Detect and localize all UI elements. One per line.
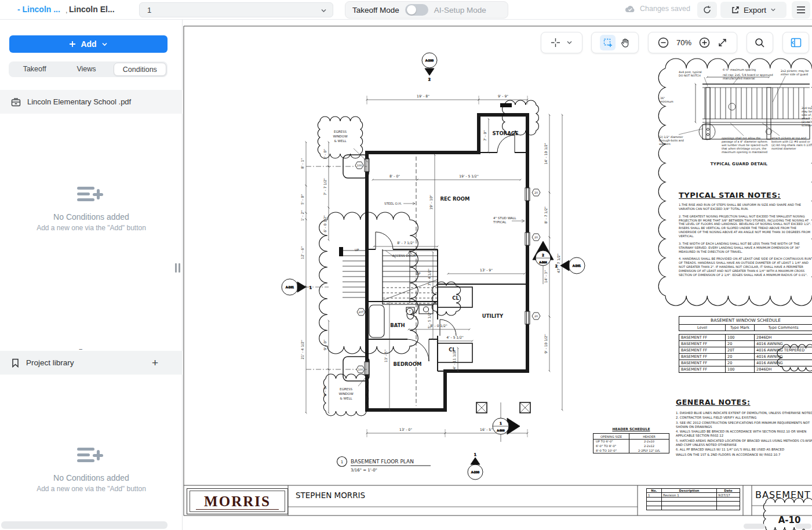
general-note: 4. WALLS SHALLED BE BRACED IN ACCORDANCE…: [676, 430, 812, 438]
guard-note: (2) 1/2" diameter through-bolts and wash…: [659, 136, 687, 146]
page-selector-dropdown[interactable]: 1: [139, 2, 333, 17]
file-name: Lincoln Elementary School .pdf: [27, 97, 131, 106]
menu-button[interactable]: [792, 1, 810, 19]
toolbar-search-group: [747, 32, 773, 53]
svg-text:47' - 7 1/2": 47' - 7 1/2": [556, 253, 560, 273]
view-markers: A-200 2 1 A-200 A-201 1 A-201 2 2 A-300: [282, 53, 585, 480]
svg-text:UTILITY: UTILITY: [482, 313, 504, 319]
table-row: 8'-0 TO 10'-0"2-2PLY 12" LVL: [593, 449, 669, 453]
column-header: Description: [662, 489, 717, 493]
zoom-in-button[interactable]: [699, 37, 710, 48]
svg-text:T: T: [409, 310, 411, 313]
svg-text:1: 1: [474, 452, 476, 456]
svg-text:7' - 7 1/2": 7' - 7 1/2": [323, 178, 327, 195]
library-empty-state: No Conditions added Add a new one via th…: [0, 448, 183, 493]
horizontal-scrollbar-thumb[interactable]: [744, 524, 765, 529]
sidebar-resize-handle[interactable]: [175, 263, 182, 273]
pan-hand-button[interactable]: [620, 38, 630, 48]
sidebar-tabs: Takeoff Views Conditions: [9, 61, 168, 77]
chevron-down-icon: [770, 7, 776, 13]
add-button[interactable]: Add: [9, 35, 168, 53]
table-row: [647, 502, 740, 506]
toolbar-zoom-group: 70%: [648, 32, 737, 53]
general-note: 2. CONTRACTOR SHALL FIELD VERIFY ALL EXI…: [676, 416, 812, 420]
sidebar-bottom-scrollbar[interactable]: [1, 521, 168, 529]
svg-text:7' - 0": 7' - 0": [483, 130, 487, 141]
export-icon: [731, 6, 740, 14]
blueprint-canvas[interactable]: 70% TYPICAL STAIR NOTES: 1.THE RISE AND …: [183, 20, 812, 530]
empty-list-plus-icon: [77, 187, 106, 203]
general-note: 6. ALL PF BRACED WALLS W/ 11 1/4" LVL'S …: [676, 448, 812, 452]
chevron-down-icon[interactable]: [566, 39, 573, 46]
add-button-label: Add: [81, 39, 96, 49]
svg-text:A-200: A-200: [471, 471, 479, 474]
mode-toggle[interactable]: [405, 4, 428, 16]
door-arcs: [376, 135, 515, 361]
svg-text:BATH: BATH: [390, 322, 405, 328]
titleblock-logo-box: MORRIS: [187, 488, 288, 514]
svg-text:& WELL: & WELL: [334, 139, 347, 143]
side-panel-toggle-button[interactable]: [791, 38, 802, 48]
column-header: Type Mark: [726, 325, 755, 331]
revision-clouds: [318, 59, 812, 530]
table-row: BASEMENT FF204016 AWNING: [679, 341, 812, 347]
table-row: BASEMENT FF1002846DH: [679, 335, 812, 341]
project-library-header[interactable]: Project library +: [0, 351, 183, 375]
svg-text:BEDROOM: BEDROOM: [394, 361, 422, 367]
zoom-level-value[interactable]: 70%: [676, 38, 691, 47]
svg-text:4' - 11 1/2": 4' - 11 1/2": [452, 350, 456, 369]
svg-text:3' - 0": 3' - 0": [323, 149, 327, 159]
breadcrumb-separator: ,: [65, 6, 68, 14]
svg-text:3/16" = 1'-0": 3/16" = 1'-0": [351, 468, 377, 473]
svg-text:8' - 7 1/2": 8' - 7 1/2": [544, 206, 548, 224]
toolbar-annotate-group: [541, 32, 582, 53]
svg-text:16' - 5": 16' - 5": [480, 427, 493, 431]
refresh-button[interactable]: [697, 2, 717, 18]
svg-text:A-201: A-201: [286, 286, 294, 289]
refresh-icon: [702, 5, 712, 14]
guard-note: 2x2 pickets; may be either side of guard: [781, 70, 812, 77]
column-header: No.: [647, 489, 662, 493]
svg-text:13' - 9": 13' - 9": [480, 268, 493, 272]
marquee-select-button[interactable]: [600, 35, 616, 50]
svg-text:1' - 2": 1' - 2": [300, 210, 304, 221]
table-row: UP TO 6'-0"2-2x10: [593, 440, 669, 444]
svg-text:100: 100: [356, 164, 362, 167]
cloud-check-icon: [625, 5, 635, 13]
file-list-item[interactable]: Lincoln Elementary School .pdf: [0, 90, 183, 114]
search-button[interactable]: [755, 38, 765, 48]
tab-takeoff[interactable]: Takeoff: [9, 63, 60, 76]
zoom-out-button[interactable]: [658, 37, 669, 48]
svg-text:100: 100: [358, 368, 363, 371]
ai-setup-mode-label: AI-Setup Mode: [434, 6, 486, 14]
export-button[interactable]: Export: [720, 2, 786, 18]
column-header: Type Comments: [755, 325, 812, 331]
breadcrumb-project[interactable]: - Lincoln ...: [17, 5, 60, 14]
fit-to-screen-button[interactable]: [718, 38, 727, 48]
svg-text:BASEMENT FLOOR PLAN: BASEMENT FLOOR PLAN: [351, 459, 414, 464]
column-header: OPENING SIZE: [593, 434, 629, 440]
tab-conditions[interactable]: Conditions: [114, 63, 166, 76]
bookmark-icon: [11, 358, 20, 368]
svg-text:CL: CL: [449, 347, 456, 353]
tab-views[interactable]: Views: [60, 63, 112, 76]
project-library-label: Project library: [26, 358, 74, 367]
svg-text:8' - 7 1/2": 8' - 7 1/2": [397, 241, 414, 245]
horizontal-scrollbar-thumb[interactable]: [795, 524, 811, 529]
guard-note: 36" minimum: [660, 97, 678, 104]
crosshair-tool-button[interactable]: [551, 38, 560, 48]
svg-text:2: 2: [555, 264, 558, 268]
takeoff-mode-label: Takeoff Mode: [352, 6, 399, 14]
table-row: BASEMENT FF20T4016 AWNING TEMPERED: [679, 347, 812, 354]
svg-text:UP: UP: [416, 272, 421, 275]
library-add-button[interactable]: +: [152, 357, 158, 369]
svg-text:5' - 5 1/2": 5' - 5 1/2": [427, 311, 431, 329]
dimension-labels: 19' - 8" 9' - 9" 8' - 0" 19' - 5 1/2" 7'…: [300, 94, 560, 431]
top-bar: - Lincoln ... , Lincoln El... 1 Takeoff …: [0, 0, 812, 20]
svg-text:EGRESS: EGRESS: [334, 130, 347, 133]
tab-document[interactable]: Lincoln El...: [69, 5, 115, 14]
column-header: HEADER: [629, 434, 669, 440]
basement-window-schedule: BASEMENT WINDOW SCHEDULE Level Type Mark…: [679, 316, 812, 373]
svg-text:6' - 0 1/2": 6' - 0 1/2": [323, 215, 327, 233]
svg-text:20: 20: [534, 191, 538, 194]
